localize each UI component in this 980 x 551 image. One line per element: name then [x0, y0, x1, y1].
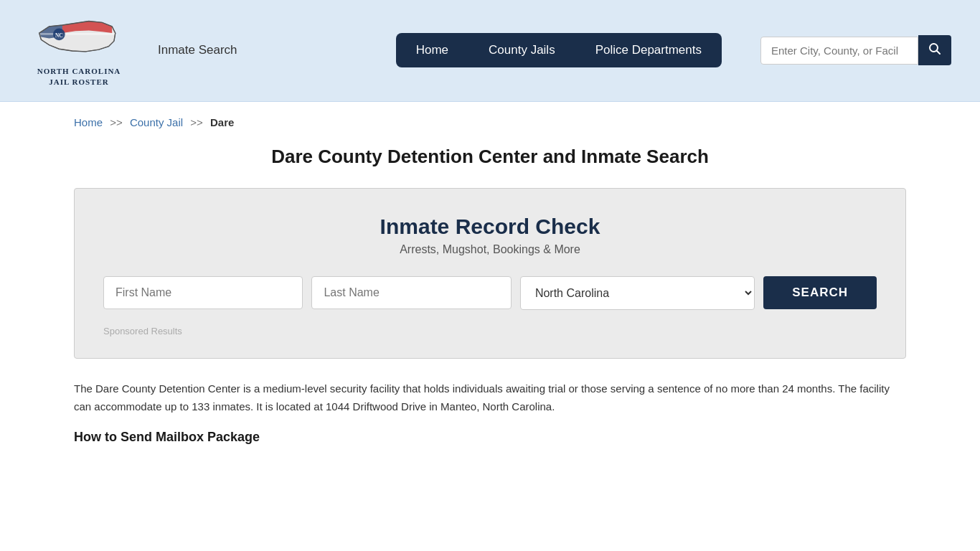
last-name-input[interactable]: [311, 276, 511, 309]
how-to-heading: How to Send Mailbox Package: [74, 430, 906, 445]
record-check-subtitle: Arrests, Mugshot, Bookings & More: [103, 243, 877, 256]
sponsored-label: Sponsored Results: [103, 326, 877, 336]
breadcrumb-home-link[interactable]: Home: [74, 116, 103, 128]
record-check-box: Inmate Record Check Arrests, Mugshot, Bo…: [74, 188, 906, 359]
header-search-input[interactable]: [760, 37, 918, 65]
logo-area: NC NORTH CAROLINA JAIL ROSTER: [29, 13, 129, 88]
main-nav: Home County Jails Police Departments: [396, 33, 722, 67]
first-name-input[interactable]: [103, 276, 303, 309]
inmate-search-label: Inmate Search: [158, 43, 237, 57]
nav-county-jails-button[interactable]: County Jails: [468, 33, 575, 67]
breadcrumb: Home >> County Jail >> Dare: [74, 116, 906, 128]
breadcrumb-current: Dare: [210, 116, 234, 128]
page-title: Dare County Detention Center and Inmate …: [74, 146, 906, 168]
search-form-row: North Carolina Alabama Alaska Arizona Ar…: [103, 276, 877, 310]
svg-line-3: [937, 51, 941, 55]
logo-image: NC: [36, 13, 122, 63]
breadcrumb-sep-2: >>: [190, 116, 203, 128]
nav-police-departments-button[interactable]: Police Departments: [575, 33, 722, 67]
state-select[interactable]: North Carolina Alabama Alaska Arizona Ar…: [520, 276, 755, 310]
header-search-button[interactable]: [918, 35, 951, 65]
logo-text: NORTH CAROLINA JAIL ROSTER: [37, 66, 121, 88]
header-search-area: [760, 35, 951, 65]
breadcrumb-sep-1: >>: [110, 116, 123, 128]
record-check-title: Inmate Record Check: [103, 215, 877, 239]
main-content: Home >> County Jail >> Dare Dare County …: [45, 102, 935, 460]
site-header: NC NORTH CAROLINA JAIL ROSTER Inmate Sea…: [0, 0, 980, 102]
nav-home-button[interactable]: Home: [396, 33, 468, 67]
description-text: The Dare County Detention Center is a me…: [74, 380, 906, 416]
search-button[interactable]: SEARCH: [763, 276, 877, 309]
breadcrumb-county-jail-link[interactable]: County Jail: [130, 116, 183, 128]
svg-text:NC: NC: [55, 32, 63, 39]
